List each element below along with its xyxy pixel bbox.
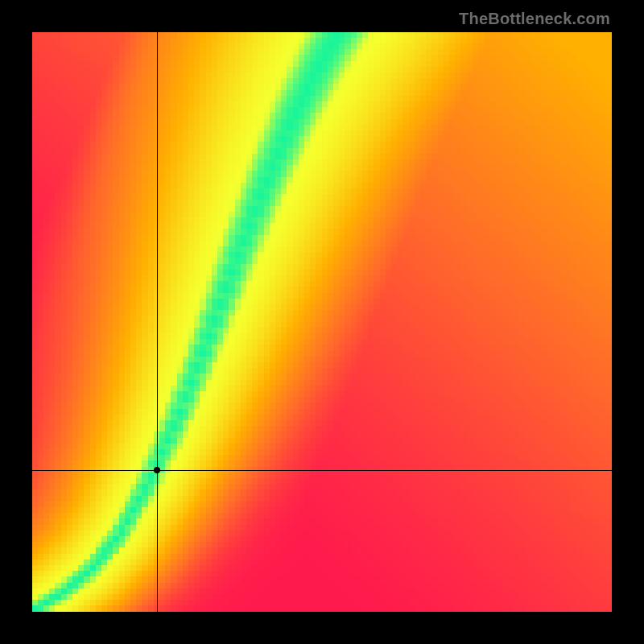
crosshair-vertical — [157, 32, 158, 612]
crosshair-horizontal — [32, 470, 612, 471]
watermark-text: TheBottleneck.com — [459, 10, 610, 28]
marker-point — [154, 467, 160, 473]
chart-stage: TheBottleneck.com — [0, 0, 644, 644]
heatmap-canvas — [32, 32, 612, 612]
